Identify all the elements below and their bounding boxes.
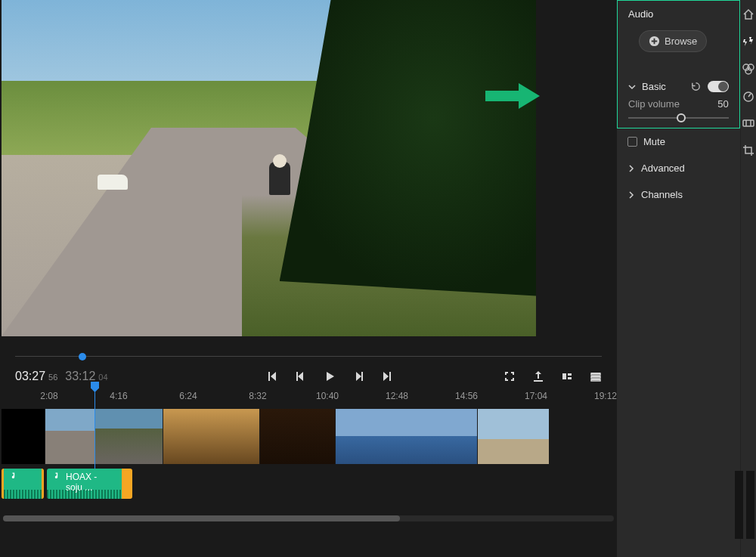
audio-panel: Audio Browse Basic Clip volume 50	[617, 0, 740, 557]
total-time: 33:12	[65, 370, 95, 383]
basic-section-header[interactable]: Basic	[618, 73, 739, 97]
play-icon[interactable]	[324, 370, 336, 382]
mute-checkbox[interactable]	[627, 137, 637, 147]
current-time: 03:27	[15, 370, 45, 383]
browse-button[interactable]: Browse	[639, 30, 707, 52]
timeline[interactable]: HOAX - soju ...	[0, 404, 617, 499]
video-clip[interactable]	[95, 409, 163, 464]
ruler-tick: 19:12	[594, 391, 617, 401]
chevron-down-icon	[628, 83, 636, 91]
skip-back-icon[interactable]	[266, 370, 278, 382]
video-clip[interactable]	[45, 409, 95, 464]
fullscreen-icon[interactable]	[503, 370, 516, 382]
layout-icon[interactable]	[561, 370, 573, 382]
color-icon[interactable]	[742, 62, 755, 76]
channels-section-header[interactable]: Channels	[617, 181, 740, 208]
ruler-tick: 4:16	[107, 391, 130, 401]
clip-volume-value[interactable]: 50	[717, 98, 728, 110]
step-back-icon[interactable]	[295, 370, 307, 382]
ruler-tick: 10:40	[316, 391, 339, 401]
crop-icon[interactable]	[742, 144, 755, 157]
ruler-tick: 6:24	[177, 391, 200, 401]
reset-icon[interactable]	[690, 81, 702, 92]
audio-meters	[735, 471, 754, 539]
effects-icon[interactable]	[742, 35, 755, 48]
mute-row[interactable]: Mute	[617, 128, 740, 155]
audio-track[interactable]: HOAX - soju ...	[2, 469, 615, 499]
video-track[interactable]	[2, 409, 615, 464]
slider-knob[interactable]	[677, 113, 686, 122]
ruler-tick: 14:56	[455, 391, 478, 401]
video-clip[interactable]	[163, 409, 260, 464]
video-clip[interactable]	[2, 409, 45, 464]
home-icon[interactable]	[742, 8, 755, 21]
horizontal-scrollbar[interactable]	[3, 515, 614, 521]
step-forward-icon[interactable]	[352, 370, 364, 382]
audio-clip[interactable]: HOAX - soju ...	[47, 469, 132, 499]
basic-toggle[interactable]	[708, 81, 729, 92]
export-icon[interactable]	[532, 370, 544, 382]
music-note-icon	[53, 472, 61, 480]
ruler-tick: 12:48	[386, 391, 408, 401]
audio-clip[interactable]	[2, 469, 44, 499]
audio-icon[interactable]	[742, 116, 755, 130]
video-clip[interactable]	[260, 409, 336, 464]
chevron-right-icon	[627, 191, 635, 199]
plus-circle-icon	[649, 36, 660, 47]
menu-icon[interactable]	[590, 370, 602, 382]
skip-forward-icon[interactable]	[381, 370, 393, 382]
advanced-section-header[interactable]: Advanced	[617, 155, 740, 181]
mini-playhead[interactable]	[79, 353, 86, 361]
ruler-tick: 17:04	[525, 391, 547, 401]
music-note-icon	[10, 472, 18, 480]
speed-icon[interactable]	[742, 89, 755, 103]
ruler-tick: 8:32	[246, 391, 269, 401]
mini-seek-track[interactable]	[15, 350, 602, 364]
video-clip[interactable]	[336, 409, 478, 464]
clip-volume-slider[interactable]	[628, 117, 729, 119]
video-preview[interactable]	[2, 0, 536, 336]
panel-title: Audio	[618, 1, 739, 30]
ruler-tick: 2:08	[38, 391, 60, 401]
svg-rect-5	[743, 120, 754, 126]
chevron-right-icon	[627, 165, 635, 172]
video-clip[interactable]	[478, 409, 550, 464]
